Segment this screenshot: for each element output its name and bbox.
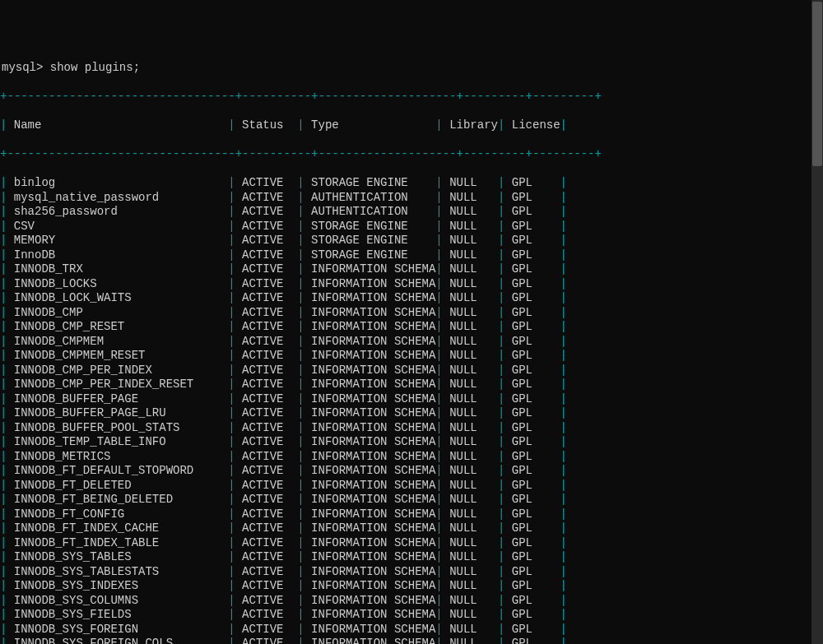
- cell-status: ACTIVE: [242, 306, 297, 319]
- cell-name: INNODB_BUFFER_POOL_STATS: [14, 421, 228, 434]
- table-row: | INNODB_FT_INDEX_CACHE | ACTIVE | INFOR…: [0, 521, 823, 536]
- cell-license: GPL: [512, 536, 560, 549]
- cell-library: NULL: [449, 349, 498, 362]
- cell-name: INNODB_SYS_COLUMNS: [14, 594, 228, 607]
- cell-name: mysql_native_password: [14, 191, 228, 204]
- cell-type: INFORMATION SCHEMA: [311, 637, 435, 644]
- cell-type: AUTHENTICATION: [311, 205, 435, 218]
- cell-name: INNODB_SYS_FIELDS: [14, 608, 228, 621]
- cell-license: GPL: [512, 594, 560, 607]
- cell-name: INNODB_TRX: [14, 262, 228, 276]
- cell-status: ACTIVE: [242, 191, 297, 204]
- cell-name: INNODB_BUFFER_PAGE: [14, 392, 228, 405]
- cell-type: INFORMATION SCHEMA: [311, 392, 435, 405]
- cell-library: NULL: [449, 608, 498, 621]
- cell-library: NULL: [449, 435, 498, 448]
- table-row: | mysql_native_password | ACTIVE | AUTHE…: [0, 191, 823, 206]
- table-body: | binlog | ACTIVE | STORAGE ENGINE | NUL…: [0, 176, 823, 644]
- cell-name: INNODB_SYS_INDEXES: [14, 579, 228, 592]
- cell-license: GPL: [512, 220, 560, 233]
- cell-name: INNODB_FT_INDEX_CACHE: [14, 521, 228, 535]
- cell-library: NULL: [449, 479, 498, 492]
- cell-type: INFORMATION SCHEMA: [311, 536, 435, 549]
- col-header-type: Type: [311, 118, 435, 132]
- cell-status: ACTIVE: [242, 493, 297, 506]
- cell-name: INNODB_FT_DEFAULT_STOPWORD: [14, 464, 228, 477]
- cell-type: STORAGE ENGINE: [311, 248, 435, 262]
- cell-status: ACTIVE: [242, 450, 297, 463]
- cell-license: GPL: [512, 421, 560, 434]
- cell-name: INNODB_CMP_PER_INDEX_RESET: [14, 378, 228, 391]
- cell-type: INFORMATION SCHEMA: [311, 406, 435, 419]
- cell-license: GPL: [512, 205, 560, 218]
- cell-license: GPL: [512, 277, 560, 290]
- cell-type: INFORMATION SCHEMA: [311, 262, 435, 276]
- table-row: | INNODB_FT_BEING_DELETED | ACTIVE | INF…: [0, 493, 823, 507]
- cell-type: INFORMATION SCHEMA: [311, 507, 435, 521]
- cell-license: GPL: [512, 349, 560, 362]
- cell-type: INFORMATION SCHEMA: [311, 378, 435, 391]
- table-row: | INNODB_SYS_FOREIGN_COLS | ACTIVE | INF…: [0, 637, 823, 644]
- cell-type: INFORMATION SCHEMA: [311, 608, 435, 621]
- cell-library: NULL: [449, 594, 498, 607]
- cell-status: ACTIVE: [242, 364, 297, 377]
- cell-status: ACTIVE: [242, 594, 297, 607]
- cell-library: NULL: [449, 421, 498, 434]
- cell-status: ACTIVE: [242, 507, 297, 521]
- table-row: | INNODB_CMP_PER_INDEX_RESET | ACTIVE | …: [0, 378, 823, 392]
- table-row: | INNODB_CMPMEM_RESET | ACTIVE | INFORMA…: [0, 349, 823, 364]
- table-sep-header: +---------------------------------+-----…: [0, 147, 823, 162]
- cell-status: ACTIVE: [242, 608, 297, 621]
- cell-license: GPL: [512, 507, 560, 521]
- cell-license: GPL: [512, 306, 560, 319]
- cell-license: GPL: [512, 262, 560, 276]
- cell-library: NULL: [449, 378, 498, 391]
- cell-name: INNODB_FT_INDEX_TABLE: [14, 536, 228, 549]
- table-row: | INNODB_FT_INDEX_TABLE | ACTIVE | INFOR…: [0, 536, 823, 551]
- cell-name: INNODB_LOCK_WAITS: [14, 291, 228, 304]
- cell-status: ACTIVE: [242, 205, 297, 218]
- cell-status: ACTIVE: [242, 392, 297, 405]
- cell-status: ACTIVE: [242, 248, 297, 262]
- cell-license: GPL: [512, 623, 560, 636]
- cell-name: INNODB_SYS_FOREIGN: [14, 623, 228, 636]
- cell-library: NULL: [449, 234, 498, 247]
- table-row: | INNODB_BUFFER_PAGE_LRU | ACTIVE | INFO…: [0, 406, 823, 421]
- table-row: | INNODB_LOCK_WAITS | ACTIVE | INFORMATI…: [0, 291, 823, 306]
- cell-status: ACTIVE: [242, 349, 297, 362]
- cell-license: GPL: [512, 479, 560, 492]
- cell-license: GPL: [512, 176, 560, 189]
- cell-status: ACTIVE: [242, 550, 297, 563]
- cell-license: GPL: [512, 320, 560, 333]
- cell-library: NULL: [449, 507, 498, 521]
- cell-library: NULL: [449, 220, 498, 233]
- mysql-prompt: mysql> show plugins;: [0, 61, 823, 76]
- cell-status: ACTIVE: [242, 521, 297, 535]
- table-row: | sha256_password | ACTIVE | AUTHENTICAT…: [0, 205, 823, 220]
- scrollbar-thumb[interactable]: [812, 2, 822, 166]
- cell-library: NULL: [449, 579, 498, 592]
- cell-name: INNODB_CMP_PER_INDEX: [14, 364, 228, 377]
- cell-library: NULL: [449, 191, 498, 204]
- vertical-scrollbar[interactable]: [811, 0, 823, 644]
- cell-type: STORAGE ENGINE: [311, 176, 435, 189]
- table-row: | INNODB_SYS_FOREIGN | ACTIVE | INFORMAT…: [0, 623, 823, 637]
- table-row: | binlog | ACTIVE | STORAGE ENGINE | NUL…: [0, 176, 823, 191]
- cell-license: GPL: [512, 378, 560, 391]
- cell-name: binlog: [14, 176, 228, 189]
- cell-license: GPL: [512, 450, 560, 463]
- cell-library: NULL: [449, 277, 498, 290]
- cell-name: INNODB_METRICS: [14, 450, 228, 463]
- cell-type: INFORMATION SCHEMA: [311, 479, 435, 492]
- cell-status: ACTIVE: [242, 277, 297, 290]
- cell-type: AUTHENTICATION: [311, 191, 435, 204]
- cell-license: GPL: [512, 364, 560, 377]
- cell-name: INNODB_CMPMEM: [14, 335, 228, 348]
- cell-license: GPL: [512, 392, 560, 405]
- cell-license: GPL: [512, 291, 560, 304]
- cell-license: GPL: [512, 608, 560, 621]
- cell-library: NULL: [449, 493, 498, 506]
- cell-library: NULL: [449, 637, 498, 644]
- cell-library: NULL: [449, 306, 498, 319]
- cell-library: NULL: [449, 392, 498, 405]
